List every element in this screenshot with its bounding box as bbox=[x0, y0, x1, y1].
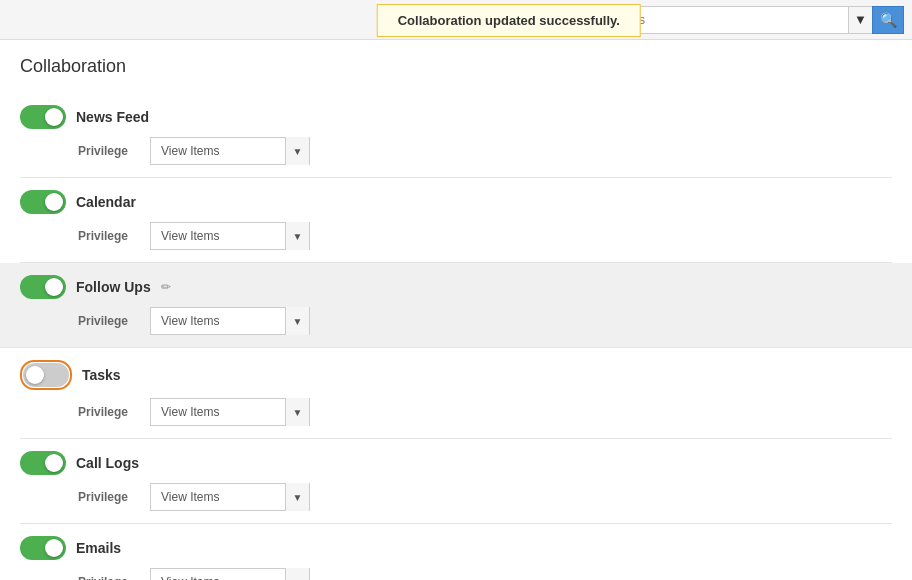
section-name-tasks: Tasks bbox=[82, 367, 121, 383]
toggle-thumb-tasks bbox=[26, 366, 44, 384]
toggle-call-logs[interactable] bbox=[20, 451, 66, 475]
section-header-tasks: Tasks bbox=[20, 360, 892, 390]
toggle-news-feed[interactable] bbox=[20, 105, 66, 129]
toggle-emails[interactable] bbox=[20, 536, 66, 560]
chevron-down-icon: ▼ bbox=[293, 577, 303, 581]
privilege-label-follow-ups: Privilege bbox=[78, 314, 138, 328]
privilege-select-emails[interactable]: View Items ▼ bbox=[150, 568, 310, 580]
privilege-label-tasks: Privilege bbox=[78, 405, 138, 419]
privilege-label-call-logs: Privilege bbox=[78, 490, 138, 504]
sections-list: News Feed Privilege View Items ▼ Calenda… bbox=[20, 93, 892, 580]
toggle-wrapper-call-logs[interactable] bbox=[20, 451, 66, 475]
section-calendar: Calendar Privilege View Items ▼ bbox=[20, 178, 892, 263]
section-header-call-logs: Call Logs bbox=[20, 451, 892, 475]
privilege-select-arrow-call-logs[interactable]: ▼ bbox=[285, 483, 309, 511]
search-dropdown-button[interactable]: ▼ bbox=[848, 6, 872, 34]
privilege-select-value-follow-ups: View Items bbox=[151, 314, 285, 328]
search-icon: 🔍 bbox=[880, 12, 897, 28]
privilege-select-value-calendar: View Items bbox=[151, 229, 285, 243]
toggle-wrapper-calendar[interactable] bbox=[20, 190, 66, 214]
section-header-emails: Emails bbox=[20, 536, 892, 560]
toggle-thumb-call-logs bbox=[45, 454, 63, 472]
privilege-label-news-feed: Privilege bbox=[78, 144, 138, 158]
privilege-select-value-tasks: View Items bbox=[151, 405, 285, 419]
section-call-logs: Call Logs Privilege View Items ▼ bbox=[20, 439, 892, 524]
privilege-label-calendar: Privilege bbox=[78, 229, 138, 243]
section-news-feed: News Feed Privilege View Items ▼ bbox=[20, 93, 892, 178]
privilege-select-calendar[interactable]: View Items ▼ bbox=[150, 222, 310, 250]
section-header-news-feed: News Feed bbox=[20, 105, 892, 129]
section-tasks: Tasks Privilege View Items ▼ bbox=[20, 348, 892, 439]
section-name-call-logs: Call Logs bbox=[76, 455, 139, 471]
privilege-select-value-emails: View Items bbox=[151, 575, 285, 580]
privilege-row-news-feed: Privilege View Items ▼ bbox=[20, 137, 892, 165]
privilege-row-tasks: Privilege View Items ▼ bbox=[20, 398, 892, 426]
chevron-down-icon: ▼ bbox=[293, 231, 303, 242]
privilege-select-call-logs[interactable]: View Items ▼ bbox=[150, 483, 310, 511]
privilege-select-value-news-feed: View Items bbox=[151, 144, 285, 158]
page-title: Collaboration bbox=[20, 56, 892, 77]
section-name-follow-ups: Follow Ups bbox=[76, 279, 151, 295]
toggle-follow-ups[interactable] bbox=[20, 275, 66, 299]
toggle-outlined-tasks[interactable] bbox=[20, 360, 72, 390]
privilege-row-follow-ups: Privilege View Items ▼ bbox=[20, 307, 892, 335]
privilege-select-tasks[interactable]: View Items ▼ bbox=[150, 398, 310, 426]
toast-notification: Collaboration updated successfully. bbox=[377, 4, 641, 37]
toggle-thumb-calendar bbox=[45, 193, 63, 211]
toggle-tasks[interactable] bbox=[23, 363, 69, 387]
privilege-select-arrow-news-feed[interactable]: ▼ bbox=[285, 137, 309, 165]
header: ▼ 🔍 Collaboration updated successfully. bbox=[0, 0, 912, 40]
chevron-down-icon: ▼ bbox=[854, 12, 867, 27]
chevron-down-icon: ▼ bbox=[293, 492, 303, 503]
toggle-wrapper-emails[interactable] bbox=[20, 536, 66, 560]
section-name-emails: Emails bbox=[76, 540, 121, 556]
toggle-thumb-news-feed bbox=[45, 108, 63, 126]
privilege-select-arrow-follow-ups[interactable]: ▼ bbox=[285, 307, 309, 335]
privilege-select-value-call-logs: View Items bbox=[151, 490, 285, 504]
chevron-down-icon: ▼ bbox=[293, 316, 303, 327]
privilege-select-follow-ups[interactable]: View Items ▼ bbox=[150, 307, 310, 335]
search-button[interactable]: 🔍 bbox=[872, 6, 904, 34]
toggle-thumb-emails bbox=[45, 539, 63, 557]
section-header-follow-ups: Follow Ups✏ bbox=[20, 275, 892, 299]
toggle-calendar[interactable] bbox=[20, 190, 66, 214]
toast-message: Collaboration updated successfully. bbox=[398, 13, 620, 28]
toggle-thumb-follow-ups bbox=[45, 278, 63, 296]
privilege-select-arrow-tasks[interactable]: ▼ bbox=[285, 398, 309, 426]
main-content: Collaboration News Feed Privilege View I… bbox=[0, 40, 912, 580]
privilege-select-news-feed[interactable]: View Items ▼ bbox=[150, 137, 310, 165]
privilege-select-arrow-emails[interactable]: ▼ bbox=[285, 568, 309, 580]
section-header-calendar: Calendar bbox=[20, 190, 892, 214]
section-name-calendar: Calendar bbox=[76, 194, 136, 210]
privilege-select-arrow-calendar[interactable]: ▼ bbox=[285, 222, 309, 250]
privilege-row-emails: Privilege View Items ▼ bbox=[20, 568, 892, 580]
chevron-down-icon: ▼ bbox=[293, 146, 303, 157]
privilege-row-call-logs: Privilege View Items ▼ bbox=[20, 483, 892, 511]
toggle-wrapper-news-feed[interactable] bbox=[20, 105, 66, 129]
privilege-row-calendar: Privilege View Items ▼ bbox=[20, 222, 892, 250]
chevron-down-icon: ▼ bbox=[293, 407, 303, 418]
privilege-label-emails: Privilege bbox=[78, 575, 138, 580]
toggle-wrapper-follow-ups[interactable] bbox=[20, 275, 66, 299]
section-follow-ups: Follow Ups✏ Privilege View Items ▼ bbox=[0, 263, 912, 348]
section-name-news-feed: News Feed bbox=[76, 109, 149, 125]
section-emails: Emails Privilege View Items ▼ bbox=[20, 524, 892, 580]
edit-icon-follow-ups[interactable]: ✏ bbox=[161, 280, 171, 294]
